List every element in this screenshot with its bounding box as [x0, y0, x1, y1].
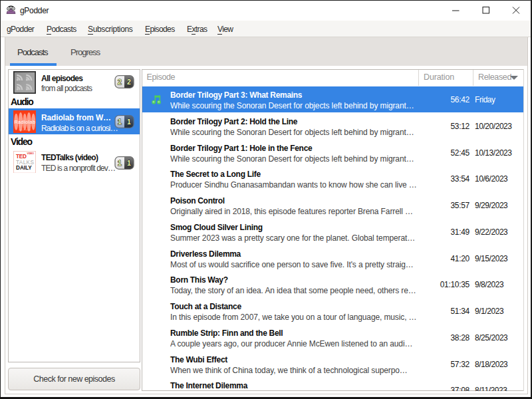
- svg-text:1: 1: [127, 118, 131, 126]
- svg-text:1: 1: [118, 118, 122, 126]
- svg-text:WNYCSTUDIOS: WNYCSTUDIOS: [18, 128, 31, 130]
- svg-text:2: 2: [127, 78, 131, 86]
- svg-text:1: 1: [118, 159, 122, 167]
- svg-text:DAILY: DAILY: [16, 165, 32, 171]
- svg-text:2: 2: [118, 78, 122, 86]
- svg-text:1: 1: [127, 159, 131, 167]
- svg-text:VIDEO: VIDEO: [27, 152, 34, 155]
- svg-text:Radiolab: Radiolab: [14, 119, 35, 125]
